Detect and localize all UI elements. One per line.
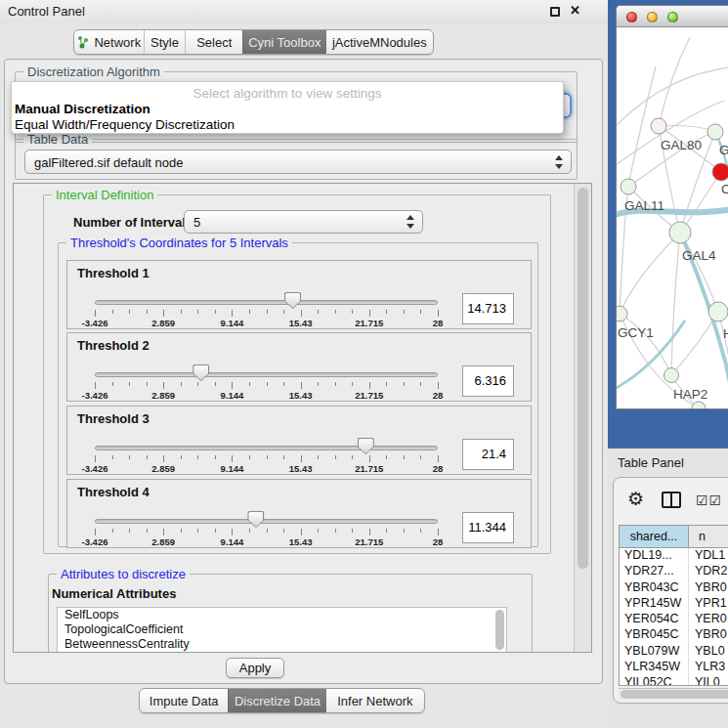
list-scrollbar[interactable]: [495, 610, 504, 650]
network-node[interactable]: [692, 402, 706, 409]
threshold-2-slider-handle[interactable]: [193, 364, 209, 381]
threshold-4-slider-handle[interactable]: [247, 511, 264, 528]
table-row[interactable]: YIL052CYIL0: [620, 675, 728, 686]
numerical-attributes-label: Numerical Attributes: [52, 586, 176, 601]
slider-tick: [129, 310, 130, 314]
numerical-attribute-item[interactable]: BetweennessCentrality: [58, 637, 506, 652]
cell-shared-name[interactable]: YDR27...: [620, 564, 689, 579]
apply-button[interactable]: Apply: [226, 658, 284, 678]
network-node[interactable]: [651, 118, 666, 134]
column-header-shared-name[interactable]: shared...: [620, 526, 689, 547]
slider-tick: [386, 382, 387, 386]
zoom-traffic-light-icon[interactable]: [667, 12, 678, 22]
threshold-1-slider-handle[interactable]: [284, 292, 301, 309]
cell-name[interactable]: YBR0: [689, 580, 728, 596]
column-header-name[interactable]: n: [689, 526, 728, 547]
threshold-3-value-field[interactable]: 21.4: [462, 439, 514, 470]
interval-definition-group: Interval Definition Number of Intervals …: [43, 194, 551, 554]
minimize-traffic-light-icon[interactable]: [647, 12, 658, 22]
threshold-3-slider-track[interactable]: [95, 446, 438, 450]
checkbox-filter-icons[interactable]: ☑☑: [696, 492, 722, 508]
horizontal-scrollbar-thumb[interactable]: [621, 690, 728, 699]
horizontal-scrollbar[interactable]: [619, 688, 728, 699]
vertical-scrollbar-thumb[interactable]: [578, 188, 588, 569]
slider-tick: [215, 455, 216, 459]
cell-shared-name[interactable]: YBR043C: [620, 580, 689, 596]
slider-tick: [147, 455, 148, 459]
cell-name[interactable]: YBR0: [689, 627, 728, 643]
threshold-2-value-field[interactable]: 6.316: [462, 365, 514, 397]
threshold-4-value-field[interactable]: 11.344: [462, 512, 514, 543]
network-node-label: GAL11: [624, 198, 664, 213]
network-node[interactable]: [707, 124, 723, 140]
slider-tick: [181, 455, 182, 459]
thresholds-group-title: Threshold's Coordinates for 5 Intervals: [66, 236, 292, 250]
table-row[interactable]: YLR345WYLR3: [620, 660, 728, 675]
cell-shared-name[interactable]: YER054C: [620, 612, 689, 627]
slider-tick: [129, 455, 130, 459]
tab-infer-network[interactable]: Infer Network: [326, 689, 424, 712]
tab-impute-data[interactable]: Impute Data: [140, 689, 228, 712]
threshold-3-slider-handle[interactable]: [358, 438, 374, 454]
table-row[interactable]: YBR045CYBR0: [620, 627, 728, 643]
slider-tick-label: 15.43: [289, 463, 313, 474]
table-row[interactable]: YER054CYER0: [620, 612, 728, 627]
network-canvas[interactable]: GAL80GAL11GAL4GCY1HAP2GCH: [617, 27, 728, 409]
cell-name[interactable]: YLR3: [689, 660, 728, 675]
cell-shared-name[interactable]: YLR345W: [620, 660, 689, 675]
dropdown-option-equal-width-frequency[interactable]: Equal Width/Frequency Discretization: [15, 117, 235, 132]
tab-network[interactable]: Network: [74, 30, 144, 54]
network-node-label: GCY1: [618, 325, 654, 340]
vertical-scrollbar[interactable]: [574, 184, 591, 652]
table-row[interactable]: YPR145WYPR1: [620, 596, 728, 612]
threshold-1-value-field[interactable]: 14.713: [462, 293, 514, 324]
tab-jactivemnodules[interactable]: jActiveMNodules: [326, 30, 433, 54]
numerical-attribute-item[interactable]: SelfLoops: [58, 608, 506, 622]
slider-tick-label: 21.715: [355, 536, 383, 547]
columns-icon[interactable]: [662, 492, 681, 508]
threshold-1-slider-track[interactable]: [95, 300, 438, 305]
table-row[interactable]: YBL079WYBL0: [620, 644, 728, 660]
slider-tick: [369, 455, 370, 462]
cell-name[interactable]: YBL0: [689, 644, 728, 660]
network-node[interactable]: [664, 368, 679, 383]
network-node[interactable]: [712, 163, 728, 181]
close-icon[interactable]: ✕: [570, 3, 580, 18]
close-traffic-light-icon[interactable]: [626, 12, 637, 22]
numerical-attributes-list[interactable]: SelfLoopsTopologicalCoefficientBetweenne…: [57, 607, 507, 653]
network-node[interactable]: [708, 302, 728, 321]
cell-shared-name[interactable]: YIL052C: [620, 675, 689, 686]
tab-discretize-data[interactable]: Discretize Data: [228, 689, 325, 712]
cell-shared-name[interactable]: YBR045C: [620, 627, 689, 643]
table-row[interactable]: YDR27...YDR2: [620, 564, 728, 579]
network-window-titlebar[interactable]: [617, 6, 728, 27]
cell-name[interactable]: YDR2: [689, 564, 728, 579]
threshold-4-slider-track[interactable]: [95, 519, 438, 524]
cell-shared-name[interactable]: YPR145W: [620, 596, 689, 612]
slider-tick: [404, 382, 405, 386]
cell-shared-name[interactable]: YBL079W: [620, 644, 689, 660]
table-row[interactable]: YDL19...YDL1: [620, 548, 728, 564]
number-of-intervals-combobox[interactable]: 5: [184, 210, 423, 234]
cell-shared-name[interactable]: YDL19...: [620, 548, 689, 564]
dropdown-option-manual-discretization[interactable]: Manual Discretization: [15, 102, 150, 116]
cell-name[interactable]: YPR1: [689, 596, 728, 612]
slider-tick-label: 2.859: [151, 536, 175, 547]
threshold-1-label: Threshold 1: [77, 266, 150, 280]
threshold-4-label: Threshold 4: [77, 485, 150, 499]
tab-select[interactable]: Select: [185, 30, 242, 54]
network-node[interactable]: [669, 222, 691, 243]
gear-icon[interactable]: ⚙: [627, 488, 644, 510]
tab-cyni-toolbox[interactable]: Cyni Toolbox: [242, 30, 326, 54]
cell-name[interactable]: YER0: [689, 612, 728, 627]
network-node[interactable]: [617, 306, 627, 321]
numerical-attribute-item[interactable]: TopologicalCoefficient: [58, 622, 506, 637]
table-row[interactable]: YBR043CYBR0: [620, 580, 728, 596]
table-data-combobox[interactable]: galFiltered.sif default node: [24, 150, 572, 174]
float-window-icon[interactable]: [550, 7, 560, 17]
threshold-2-slider-track[interactable]: [95, 372, 438, 377]
cell-name[interactable]: YDL1: [689, 548, 728, 564]
tab-style[interactable]: Style: [144, 30, 186, 54]
network-node[interactable]: [621, 179, 636, 194]
cell-name[interactable]: YIL0: [689, 675, 728, 686]
